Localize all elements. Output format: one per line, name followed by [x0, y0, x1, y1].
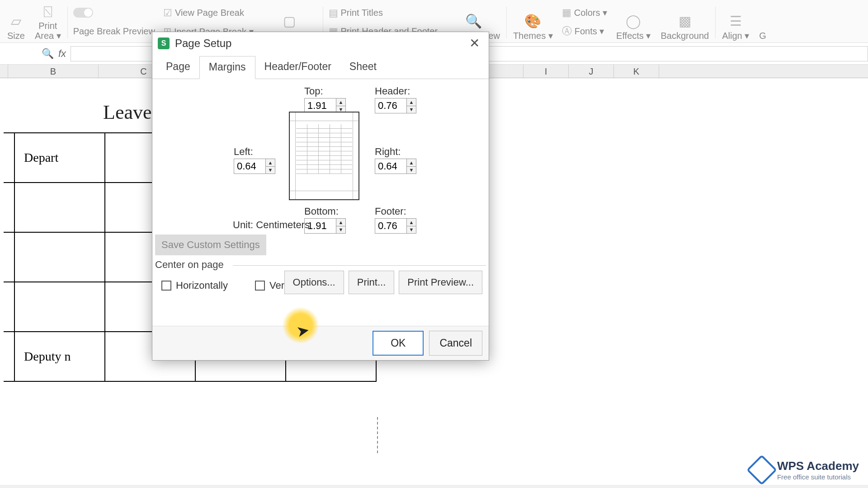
- page-break-preview-label-row[interactable]: Page Break Preview: [73, 26, 155, 37]
- dialog-body: Top: ▲▼ Header: ▲▼ Left: ▲▼ Right: ▲▼: [152, 79, 489, 326]
- cell[interactable]: Deputy n: [14, 332, 105, 381]
- themes-button[interactable]: 🎨 Themes ▾: [509, 3, 557, 42]
- spin-up-icon[interactable]: ▲: [266, 159, 275, 167]
- cancel-button[interactable]: Cancel: [429, 331, 482, 356]
- unit-label: Unit: Centimeters: [233, 219, 310, 231]
- colors-button[interactable]: ▦ Colors ▾: [562, 7, 607, 19]
- print-area-icon: ⍂: [44, 4, 52, 19]
- page-setup-dialog: S Page Setup ✕ Page Margins Header/Foote…: [152, 32, 489, 361]
- tab-sheet[interactable]: Sheet: [340, 56, 386, 79]
- tab-page[interactable]: Page: [157, 56, 199, 79]
- header-spinner[interactable]: ▲▼: [375, 98, 416, 113]
- view-page-break-button[interactable]: ☑ View Page Break: [163, 7, 254, 19]
- col-header[interactable]: K: [614, 65, 659, 78]
- tab-margins[interactable]: Margins: [199, 56, 255, 79]
- spin-up-icon[interactable]: ▲: [336, 219, 345, 226]
- spin-up-icon[interactable]: ▲: [336, 99, 345, 106]
- colors-label: Colors ▾: [574, 7, 607, 18]
- footer-input[interactable]: [375, 218, 406, 234]
- spin-down-icon[interactable]: ▼: [407, 167, 416, 174]
- spin-up-icon[interactable]: ▲: [407, 99, 416, 106]
- watermark-title: WPS Academy: [777, 459, 859, 473]
- page-preview: [289, 112, 359, 200]
- themes-label: Themes ▾: [513, 31, 553, 41]
- tab-header-footer[interactable]: Header/Footer: [255, 56, 340, 79]
- group-label: G: [759, 31, 766, 41]
- size-button[interactable]: ▱ Size: [4, 3, 28, 42]
- wps-logo-icon: [746, 455, 777, 485]
- group-button[interactable]: G: [755, 3, 770, 42]
- fx-icon[interactable]: fx: [58, 48, 66, 60]
- page-break-line: [377, 417, 378, 453]
- background-icon: ▩: [679, 13, 691, 29]
- page-break-preview-label: Page Break Preview: [73, 26, 155, 37]
- close-icon[interactable]: ✕: [466, 36, 483, 51]
- print-titles-label: Print Titles: [341, 8, 383, 18]
- fonts-icon: Ⓐ: [562, 24, 572, 38]
- header-input[interactable]: [375, 98, 406, 113]
- right-input[interactable]: [375, 159, 406, 174]
- print-preview-icon: 🔍: [465, 13, 482, 29]
- dialog-titlebar[interactable]: S Page Setup ✕: [152, 32, 489, 54]
- background-button[interactable]: ▩ Background: [657, 3, 712, 42]
- header-spin-buttons[interactable]: ▲▼: [406, 98, 416, 113]
- dialog-title: Page Setup: [175, 37, 231, 50]
- bottom-label: Bottom:: [304, 206, 339, 217]
- colors-icon: ▦: [562, 7, 571, 19]
- dialog-action-buttons: Options... Print... Print Preview...: [152, 271, 482, 294]
- ok-button[interactable]: OK: [373, 331, 424, 356]
- fonts-button[interactable]: Ⓐ Fonts ▾: [562, 24, 607, 38]
- zoom-icon[interactable]: 🔍: [42, 48, 54, 60]
- spin-down-icon[interactable]: ▼: [266, 167, 275, 174]
- effects-button[interactable]: ◯ Effects ▾: [613, 3, 654, 42]
- print-button[interactable]: Print...: [349, 271, 395, 294]
- spin-up-icon[interactable]: ▲: [407, 219, 416, 226]
- checkbox-icon: ☑: [163, 7, 172, 19]
- dialog-tabs: Page Margins Header/Footer Sheet: [152, 56, 489, 79]
- separator: [67, 7, 68, 38]
- top-input[interactable]: [304, 98, 336, 113]
- col-header[interactable]: I: [524, 65, 569, 78]
- bottom-spinner[interactable]: ▲▼: [304, 218, 346, 234]
- size-label: Size: [7, 31, 25, 41]
- separator: [506, 7, 507, 38]
- right-spin-buttons[interactable]: ▲▼: [406, 159, 416, 174]
- spin-up-icon[interactable]: ▲: [407, 159, 416, 167]
- themes-icon: 🎨: [524, 13, 541, 29]
- effects-label: Effects ▾: [616, 31, 651, 41]
- print-titles-icon: ▤: [329, 7, 338, 19]
- right-spinner[interactable]: ▲▼: [375, 159, 416, 174]
- print-titles-button[interactable]: ▤ Print Titles: [329, 7, 438, 19]
- fonts-label: Fonts ▾: [575, 26, 604, 37]
- sheet-title-text: Leave: [103, 101, 151, 124]
- page-zoom-icon: ▢: [283, 13, 296, 29]
- options-button[interactable]: Options...: [284, 271, 344, 294]
- header-label: Header:: [375, 85, 410, 97]
- print-area-label: PrintArea ▾: [35, 21, 61, 41]
- spin-down-icon[interactable]: ▼: [336, 226, 345, 234]
- spin-down-icon[interactable]: ▼: [407, 106, 416, 113]
- footer-spinner[interactable]: ▲▼: [375, 218, 416, 234]
- top-spinner[interactable]: ▲▼: [304, 98, 346, 113]
- left-spinner[interactable]: ▲▼: [234, 159, 275, 174]
- col-header[interactable]: J: [569, 65, 614, 78]
- page-break-preview-button[interactable]: [73, 8, 155, 18]
- col-header[interactable]: B: [8, 65, 99, 78]
- print-area-button[interactable]: ⍂ PrintArea ▾: [31, 3, 65, 42]
- view-page-break-label: View Page Break: [175, 8, 244, 18]
- background-label: Background: [660, 31, 709, 41]
- cell[interactable]: Depart: [14, 133, 105, 183]
- print-preview-button[interactable]: Print Preview...: [399, 271, 482, 294]
- bottom-spin-buttons[interactable]: ▲▼: [336, 218, 346, 234]
- select-all-corner[interactable]: [0, 65, 8, 78]
- top-label: Top:: [304, 85, 323, 97]
- align-button[interactable]: ☰ Align ▾: [718, 3, 753, 42]
- watermark-subtitle: Free office suite tutorials: [777, 473, 859, 481]
- footer-spin-buttons[interactable]: ▲▼: [406, 218, 416, 234]
- left-input[interactable]: [234, 159, 265, 174]
- left-spin-buttons[interactable]: ▲▼: [265, 159, 275, 174]
- save-custom-settings-button: Save Custom Settings: [155, 235, 266, 255]
- left-label: Left:: [234, 146, 253, 158]
- spin-down-icon[interactable]: ▼: [407, 226, 416, 234]
- top-spin-buttons[interactable]: ▲▼: [336, 98, 346, 113]
